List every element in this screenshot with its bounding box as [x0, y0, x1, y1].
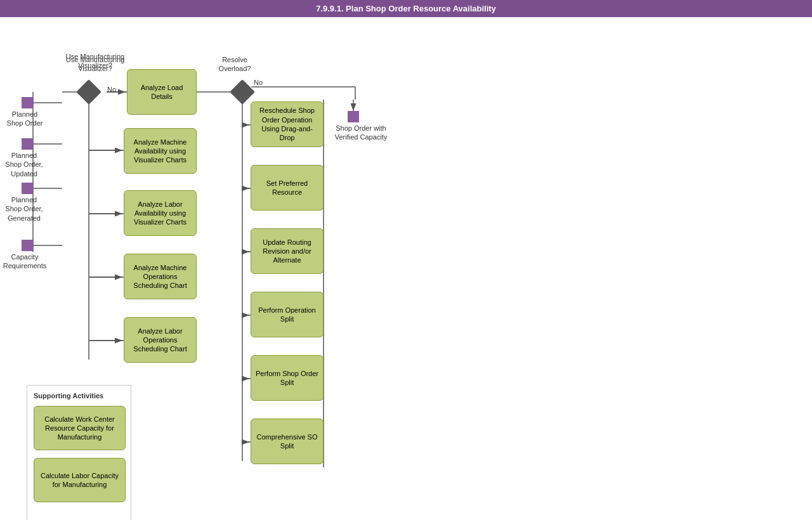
- diamond-resolve: [230, 79, 255, 105]
- use-mfg-viz-label: Use Manufacturing Visualizer?: [60, 55, 130, 74]
- planned-shop-order-label: Planned Shop Order: [5, 110, 44, 128]
- perform-op-split-box[interactable]: Perform Operation Split: [251, 292, 324, 337]
- calc-work-center-box[interactable]: Calculate Work Center Resource Capacity …: [34, 406, 126, 450]
- no-label-2: No: [254, 78, 263, 87]
- shop-order-verified-label: Shop Order with Verified Capacity: [332, 124, 390, 142]
- supporting-title: Supporting Activities: [34, 392, 124, 400]
- no-label-1: No: [107, 85, 116, 94]
- reschedule-box[interactable]: Reschedule Shop Order Operation Using Dr…: [251, 101, 324, 147]
- supporting-activities-box: Supporting Activities Calculate Work Cen…: [27, 385, 131, 520]
- shop-order-verified-icon: [348, 111, 359, 122]
- page-title: 7.9.9.1. Plan Shop Order Resource Availa…: [0, 0, 812, 17]
- planned-shop-order-icon: [22, 97, 33, 108]
- set-preferred-box[interactable]: Set Preferred Resource: [251, 165, 324, 211]
- diagram-area: Use Manufacturing Visualizer? Planned Sh…: [0, 17, 812, 520]
- calc-labor-box[interactable]: Calculate Labor Capacity for Manufacturi…: [34, 458, 126, 502]
- perform-so-split-box[interactable]: Perform Shop Order Split: [251, 355, 324, 401]
- capacity-requirements-icon: [22, 240, 33, 251]
- capacity-requirements-label: Capacity Requirements: [3, 252, 47, 271]
- diamond-mfg-viz: [76, 79, 102, 105]
- analyze-machine-ops-box[interactable]: Analyze Machine Operations Scheduling Ch…: [124, 254, 197, 299]
- planned-shop-order-generated-icon: [22, 183, 33, 194]
- update-routing-box[interactable]: Update Routing Revision and/or Alternate: [251, 228, 324, 274]
- resolve-overload-label: Resolve Overload?: [209, 55, 260, 74]
- planned-shop-order-generated-label: Planned Shop Order, Generated: [3, 195, 46, 223]
- planned-shop-order-updated-icon: [22, 138, 33, 150]
- planned-shop-order-updated-label: Planned Shop Order, Updated: [3, 151, 46, 178]
- analyze-machine-avail-box[interactable]: Analyze Machine Availability using Visua…: [124, 128, 197, 174]
- analyze-labor-ops-box[interactable]: Analyze Labor Operations Scheduling Char…: [124, 317, 197, 363]
- analyze-labor-avail-box[interactable]: Analyze Labor Availability using Visuali…: [124, 190, 197, 236]
- analyze-load-details-box[interactable]: Analyze Load Details: [127, 69, 197, 115]
- comprehensive-so-split-box[interactable]: Comprehensive SO Split: [251, 419, 324, 464]
